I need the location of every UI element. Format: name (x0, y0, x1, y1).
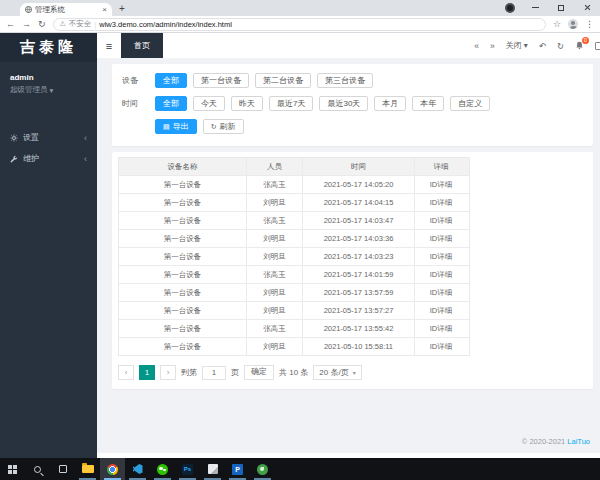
close-tabs-label: 关闭 (506, 40, 522, 51)
time-filter-today[interactable]: 今天 (193, 96, 225, 111)
cell-person: 刘明旦 (247, 230, 303, 247)
cell-time: 2021-05-17 13:57:59 (303, 284, 415, 301)
table-row[interactable]: 第一台设备 张高玉 2021-05-17 14:03:47 ID详细 (119, 212, 469, 230)
browser-tab[interactable]: 管理系统 × (20, 3, 112, 16)
current-page-button[interactable]: 1 (139, 365, 155, 380)
forward-nav-icon[interactable]: → (22, 20, 31, 29)
chevron-left-icon: ‹ (84, 133, 87, 143)
cell-detail: ID详细 (415, 320, 467, 337)
header-actions: « » 关闭 ▾ ↶ ↻ 0 (474, 40, 600, 51)
cell-detail: ID详细 (415, 176, 467, 193)
bookmark-star-icon[interactable]: ☆ (553, 20, 561, 29)
column-header-person: 人员 (247, 158, 303, 175)
sidebar-item-maintenance[interactable]: 维护 ‹ (0, 148, 97, 169)
cell-time: 2021-05-17 14:03:47 (303, 212, 415, 229)
sidebar-item-settings[interactable]: 设置 ‹ (0, 127, 97, 148)
table-row[interactable]: 第一台设备 刘明旦 2021-05-17 14:03:23 ID详细 (119, 248, 469, 266)
layout-toggle-icon[interactable] (595, 42, 600, 50)
time-filter-30days[interactable]: 最近30天 (319, 96, 368, 111)
user-role-dropdown[interactable]: 超级管理员 ▾ (10, 85, 97, 95)
browser-profile-icon[interactable] (505, 3, 515, 13)
cell-person: 刘明旦 (247, 248, 303, 265)
back-nav-icon[interactable]: ← (6, 20, 15, 29)
cell-device: 第一台设备 (119, 338, 247, 355)
app-frame: 吉泰隆 admin 超级管理员 ▾ 设置 ‹ 维护 ‹ (0, 33, 600, 458)
refresh-button[interactable]: ↻ 刷新 (203, 119, 244, 134)
time-filter-all[interactable]: 全部 (155, 96, 187, 111)
confirm-page-button[interactable]: 确定 (244, 365, 274, 380)
device-filter-1[interactable]: 第一台设备 (193, 73, 249, 88)
reload-nav-icon[interactable]: ↻ (38, 20, 46, 29)
table-row[interactable]: 第一台设备 张高玉 2021-05-17 14:05:20 ID详细 (119, 176, 469, 194)
cell-person: 刘明旦 (247, 302, 303, 319)
time-filter-month[interactable]: 本月 (374, 96, 406, 111)
window-controls (522, 0, 600, 15)
taskbar-file-explorer[interactable] (75, 458, 100, 480)
taskbar-wechat[interactable] (150, 458, 175, 480)
scroll-tabs-left-icon[interactable]: « (474, 41, 479, 51)
close-window-button[interactable] (574, 0, 600, 15)
taskbar-notes-app[interactable] (200, 458, 225, 480)
scroll-tabs-right-icon[interactable]: » (490, 41, 495, 51)
taskbar-photoshop[interactable]: Ps (175, 458, 200, 480)
prev-page-button[interactable]: ‹ (118, 365, 134, 380)
browser-menu-icon[interactable]: ⋮ (585, 20, 594, 29)
device-filter-all[interactable]: 全部 (155, 73, 187, 88)
goto-prefix-label: 到第 (181, 367, 197, 378)
tab-home[interactable]: 首页 (121, 33, 163, 58)
data-table-panel: 设备名称 人员 时间 详细 第一台设备 张高玉 2021-05-17 14:05… (112, 152, 593, 389)
taskbar-chrome[interactable] (100, 458, 125, 480)
table-row[interactable]: 第一台设备 刘明旦 2021-05-17 13:57:27 ID详细 (119, 302, 469, 320)
device-filter-2[interactable]: 第二台设备 (255, 73, 311, 88)
brand-link[interactable]: LaiTuo (567, 437, 590, 446)
wechat-icon (157, 464, 168, 475)
cell-device: 第一台设备 (119, 212, 247, 229)
time-filter-yesterday[interactable]: 昨天 (231, 96, 263, 111)
task-view-button[interactable] (50, 458, 75, 480)
start-button[interactable] (0, 458, 25, 480)
windows-logo-icon (8, 465, 17, 474)
taskbar-green-app[interactable] (250, 458, 275, 480)
per-page-select[interactable]: 20 条/页 ▾ (313, 365, 361, 380)
export-label: 导出 (173, 121, 189, 132)
taskbar-search-button[interactable] (25, 458, 50, 480)
time-filter-custom[interactable]: 自定义 (450, 96, 490, 111)
table-row[interactable]: 第一台设备 张高玉 2021-05-17 13:55:42 ID详细 (119, 320, 469, 338)
hamburger-menu-icon[interactable]: ≡ (97, 40, 121, 52)
maximize-icon (558, 5, 564, 11)
tab-close-icon[interactable]: × (102, 6, 107, 14)
minimize-button[interactable] (522, 0, 548, 15)
device-filter-3[interactable]: 第三台设备 (317, 73, 373, 88)
taskbar-vscode[interactable] (125, 458, 150, 480)
address-bar[interactable]: ⚠ 不安全 | wlw3.demo.com/admin/index/index.… (53, 18, 546, 31)
browser-tabstrip: 管理系统 × + (0, 0, 600, 16)
cell-device: 第一台设备 (119, 284, 247, 301)
time-filter-7days[interactable]: 最近7天 (269, 96, 313, 111)
export-button[interactable]: ▤ 导出 (155, 119, 197, 134)
taskbar-p-app[interactable]: P (225, 458, 250, 480)
gear-icon (10, 134, 18, 142)
browser-avatar-icon[interactable] (568, 19, 578, 29)
caret-down-icon: ▾ (353, 369, 356, 376)
table-row[interactable]: 第一台设备 张高玉 2021-05-17 14:01:59 ID详细 (119, 266, 469, 284)
security-label: 不安全 (69, 19, 92, 29)
time-filter-year[interactable]: 本年 (412, 96, 444, 111)
refresh-action-icon[interactable]: ↻ (557, 41, 564, 51)
cell-device: 第一台设备 (119, 194, 247, 211)
next-page-button[interactable]: › (160, 365, 176, 380)
filter-panel: 设备 全部 第一台设备 第二台设备 第三台设备 时间 全部 今天 昨天 最近7天… (112, 64, 593, 146)
table-row[interactable]: 第一台设备 刘明旦 2021-05-17 14:04:15 ID详细 (119, 194, 469, 212)
table-row[interactable]: 第一台设备 刘明旦 2021-05-17 14:03:36 ID详细 (119, 230, 469, 248)
notification-bell[interactable]: 0 (575, 41, 584, 50)
cell-time: 2021-05-17 14:01:59 (303, 266, 415, 283)
close-window-icon (584, 4, 591, 11)
cell-person: 张高玉 (247, 212, 303, 229)
maximize-button[interactable] (548, 0, 574, 15)
goto-page-input[interactable] (202, 366, 226, 380)
time-filter-label: 时间 (122, 98, 155, 109)
new-tab-button[interactable]: + (119, 4, 125, 14)
table-row[interactable]: 第一台设备 刘明旦 2021-05-17 13:57:59 ID详细 (119, 284, 469, 302)
close-tabs-dropdown[interactable]: 关闭 ▾ (506, 40, 528, 51)
back-action-icon[interactable]: ↶ (539, 41, 546, 51)
table-row[interactable]: 第一台设备 刘明旦 2021-05-10 15:58:11 ID详细 (119, 338, 469, 355)
